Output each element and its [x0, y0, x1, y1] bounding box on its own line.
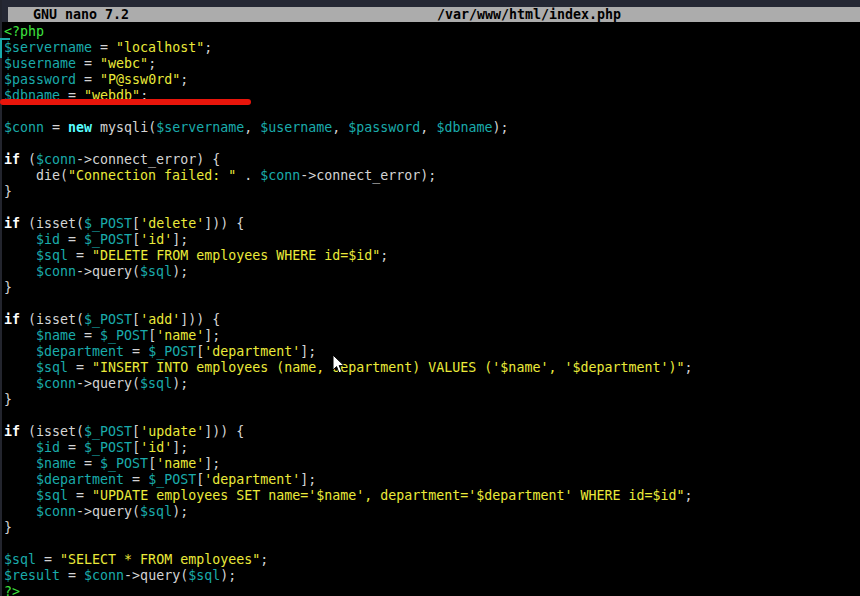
code-line: } — [4, 184, 860, 200]
red-underline-annotation — [0, 99, 251, 105]
code-line: ?> — [4, 584, 860, 596]
code-line: if (isset($_POST['add'])) { — [4, 312, 860, 328]
code-line — [4, 536, 860, 552]
code-line: $department = $_POST['department']; — [4, 472, 860, 488]
app-title: GNU nano 7.2 — [33, 7, 129, 22]
code-line: $conn->query($sql); — [4, 504, 860, 520]
code-line: $conn->query($sql); — [4, 376, 860, 392]
code-line: <?php — [4, 24, 860, 40]
code-line — [4, 408, 860, 424]
code-line: $password = "P@ssw0rd"; — [4, 72, 860, 88]
code-line — [4, 200, 860, 216]
code-line — [4, 136, 860, 152]
code-line — [4, 104, 860, 120]
code-line: if (isset($_POST['update'])) { — [4, 424, 860, 440]
code-line: $name = $_POST['name']; — [4, 456, 860, 472]
code-line: $result = $conn->query($sql); — [4, 568, 860, 584]
mouse-pointer-icon — [332, 355, 345, 378]
code-line: $department = $_POST['department']; — [4, 344, 860, 360]
code-line: $username = "webc"; — [4, 56, 860, 72]
code-line: $sql = "DELETE FROM employees WHERE id=$… — [4, 248, 860, 264]
text-cursor — [0, 39, 2, 58]
code-line: if ($conn->connect_error) { — [4, 152, 860, 168]
code-line: if (isset($_POST['delete'])) { — [4, 216, 860, 232]
file-path: /var/www/html/index.php — [437, 7, 621, 22]
nano-titlebar-row: GNU nano 7.2 /var/www/html/index.php — [0, 7, 860, 22]
code-line: } — [4, 392, 860, 408]
code-line — [4, 296, 860, 312]
code-line: $sql = "UPDATE employees SET name='$name… — [4, 488, 860, 504]
code-line: } — [4, 520, 860, 536]
code-area[interactable]: <?php$servername = "localhost";$username… — [0, 22, 860, 596]
code-line: $id = $_POST['id']; — [4, 440, 860, 456]
code-line: $id = $_POST['id']; — [4, 232, 860, 248]
terminal-window: { "window": { "titlebar": { "app": "GNU … — [0, 0, 860, 596]
window-top-frame — [0, 0, 860, 7]
code-line: die("Connection failed: " . $conn->conne… — [4, 168, 860, 184]
nano-titlebar: GNU nano 7.2 /var/www/html/index.php — [8, 7, 860, 22]
code-line: $conn = new mysqli($servername, $usernam… — [4, 120, 860, 136]
code-line: $name = $_POST['name']; — [4, 328, 860, 344]
code-line: $sql = "SELECT * FROM employees"; — [4, 552, 860, 568]
code-line: } — [4, 280, 860, 296]
code-line: $sql = "INSERT INTO employees (name, dep… — [4, 360, 860, 376]
code-line: $servername = "localhost"; — [4, 40, 860, 56]
code-line: $conn->query($sql); — [4, 264, 860, 280]
